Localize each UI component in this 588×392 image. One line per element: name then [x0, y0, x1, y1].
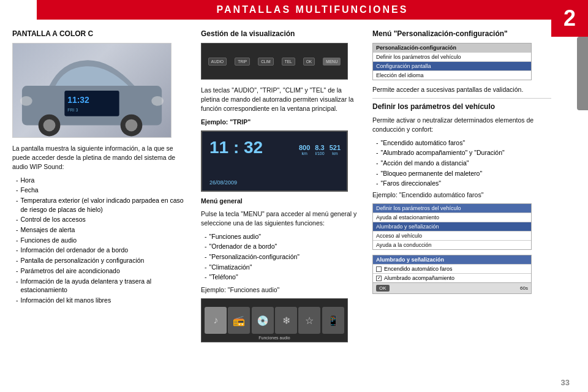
- svg-point-4: [126, 119, 138, 132]
- time-indicator: 60s: [520, 285, 528, 291]
- define-box: Definir los parámetros del vehículo Ayud…: [372, 203, 532, 250]
- col2-example1: Ejemplo: "TRIP": [201, 118, 361, 127]
- col2-menu-body: Pulse la tecla "MENU" para acceder al me…: [201, 209, 361, 228]
- col2-example2: Ejemplo: "Funciones audio": [201, 285, 361, 295]
- func-icon: ☆: [298, 307, 320, 334]
- column-3: Menú "Personalización-configuración" Per…: [368, 29, 551, 386]
- svg-text:FRI 3: FRI 3: [67, 108, 78, 112]
- ctrl-btn-ok[interactable]: OK: [303, 58, 315, 66]
- define-box-row: Ayuda a la conducción: [373, 240, 531, 249]
- define-list-item: -"Faros direccionales": [372, 179, 551, 188]
- trip-stats: 800km8.3l/100521km: [299, 144, 341, 156]
- define-list-item: -"Encendido automático faros": [372, 138, 551, 148]
- right-tab: [577, 37, 588, 110]
- section-title-1: PANTALLA A COLOR C: [12, 29, 190, 38]
- stat-block: 800km: [299, 144, 310, 156]
- col2-menu-list: -"Funciones audio"-"Ordenador de a bordo…: [201, 232, 361, 282]
- define-box-row: Acceso al vehículo: [373, 231, 531, 240]
- alumbrado-footer: OK 60s: [373, 282, 531, 293]
- menu-title-text: Menú general: [201, 197, 243, 205]
- list-item: -Mensajes de alerta: [12, 225, 190, 235]
- ctrl-btn-menu[interactable]: MENU: [323, 58, 341, 66]
- ctrl-btn-audio[interactable]: AUDIO: [208, 58, 227, 66]
- config-box: Personalización-configuración Definir lo…: [372, 43, 532, 80]
- ctrl-btn-tel[interactable]: TEL: [282, 58, 295, 66]
- trip-screen: 11 : 32 26/08/2009 800km8.3l/100521km: [201, 130, 348, 192]
- config-rows: Definir los parámetros del vehículoConfi…: [373, 52, 531, 80]
- config-row: Configuración pantalla: [373, 61, 531, 70]
- stat-block: 8.3l/100: [315, 144, 324, 156]
- col3-define-list: -"Encendido automático faros"-"Alumbrado…: [372, 138, 551, 188]
- alumbrado-label: Alumbrado acompañamiento: [384, 275, 454, 281]
- section-title-3: Menú "Personalización-configuración": [372, 29, 551, 38]
- page-header: PANTALLAS MULTIFUNCIONES: [37, 0, 588, 20]
- checkbox[interactable]: [376, 266, 382, 272]
- column-1: PANTALLA A COLOR C: [12, 29, 190, 386]
- alumbrado-row: ✓Alumbrado acompañamiento: [373, 273, 531, 282]
- page-number: 33: [561, 378, 570, 387]
- svg-text:11:32: 11:32: [67, 95, 89, 105]
- define-rows: Ayuda al estacionamientoAlumbrado y seña…: [373, 213, 531, 249]
- alumbrado-rows: Encendido automático faros✓Alumbrado aco…: [373, 264, 531, 282]
- col2-menu-title: Menú general: [201, 197, 361, 206]
- trip-time-display: 11 : 32: [209, 138, 263, 157]
- col1-intro: La pantalla muestra la siguiente informa…: [12, 144, 190, 172]
- config-box-header: Personalización-configuración: [373, 43, 531, 52]
- define-list-item: -"Bloqueo permanente del maletero": [372, 169, 551, 178]
- list-item: -Temperatura exterior (el valor indicado…: [12, 196, 190, 214]
- define-box-row: Alumbrado y señalización: [373, 222, 531, 231]
- list-item: -Funciones de audio: [12, 236, 190, 245]
- car-svg: 11:32 FRI 3: [13, 43, 171, 138]
- main-content: PANTALLA A COLOR C: [0, 20, 576, 392]
- func-icon: ❄: [275, 307, 297, 334]
- list-item: -Información del kit manos libres: [12, 296, 190, 305]
- menu-list-item: -"Personalización-configuración": [201, 252, 361, 262]
- list-item: -Información de la ayuda delantera y tra…: [12, 277, 190, 295]
- stat-block: 521km: [330, 144, 341, 156]
- list-item: -Información del ordenador de a bordo: [12, 246, 190, 255]
- list-item: -Parámetros del aire acondicionado: [12, 266, 190, 276]
- define-list-item: -"Alumbrado acompañamiento" y "Duración": [372, 148, 551, 157]
- col1-list: -Hora-Fecha-Temperatura exterior (el val…: [12, 176, 190, 305]
- divider-1: [372, 98, 551, 99]
- func-icon: 📱: [322, 307, 344, 334]
- control-panel-image: AUDIOTRIPCLIMTELOKMENU: [201, 43, 348, 80]
- section-title-4: Definir los parámetros del vehículo: [372, 102, 551, 111]
- alumbrado-row: Encendido automático faros: [373, 264, 531, 273]
- func-icon: 💿: [252, 307, 274, 334]
- define-box-row: Ayuda al estacionamiento: [373, 213, 531, 222]
- svg-point-8: [151, 96, 164, 106]
- menu-list-item: -"Ordenador de a bordo": [201, 242, 361, 251]
- funciones-audio-image: ♪📻💿❄☆📱Funciones audio: [201, 298, 348, 342]
- menu-list-item: -"Teléfono": [201, 273, 361, 282]
- svg-point-9: [20, 96, 32, 106]
- config-row: Definir los parámetros del vehículo: [373, 52, 531, 61]
- define-list-item: -"Acción del mando a distancia": [372, 159, 551, 168]
- list-item: -Hora: [12, 176, 190, 185]
- svg-point-2: [43, 119, 56, 132]
- list-item: -Control de los accesos: [12, 215, 190, 224]
- list-item: -Pantalla de personalización y configura…: [12, 256, 190, 265]
- col3-body3: Permite activar o neutralizar determinad…: [372, 116, 551, 134]
- list-item: -Fecha: [12, 186, 190, 195]
- menu-list-item: -"Funciones audio": [201, 232, 361, 241]
- trip-date-display: 26/08/2009: [209, 179, 237, 186]
- car-image: 11:32 FRI 3: [12, 43, 172, 138]
- header-title: PANTALLAS MULTIFUNCIONES: [217, 4, 409, 15]
- alumbrado-header: Alumbrado y señalización: [373, 255, 531, 264]
- define-box-header: Definir los parámetros del vehículo: [373, 204, 531, 213]
- alumbrado-label: Encendido automático faros: [384, 266, 453, 272]
- column-2: Gestión de la visualización AUDIOTRIPCLI…: [196, 29, 361, 386]
- ok-button[interactable]: OK: [376, 285, 390, 292]
- func-icon: 📻: [228, 307, 250, 334]
- ctrl-btn-trip[interactable]: TRIP: [235, 58, 250, 66]
- checkbox[interactable]: ✓: [376, 276, 382, 281]
- col2-body1: Las teclas "AUDIO", "TRIP", "CLIM" y "TE…: [201, 86, 361, 114]
- funciones-label: Funciones audio: [258, 336, 290, 340]
- col3-example3: Ejemplo: "Encendido automático faros": [372, 190, 551, 200]
- section-title-2: Gestión de la visualización: [201, 29, 361, 38]
- car-image-inner: 11:32 FRI 3: [13, 43, 171, 137]
- func-icon: ♪: [205, 307, 227, 334]
- ctrl-btn-clim[interactable]: CLIM: [258, 58, 274, 66]
- menu-list-item: -"Climatización": [201, 263, 361, 272]
